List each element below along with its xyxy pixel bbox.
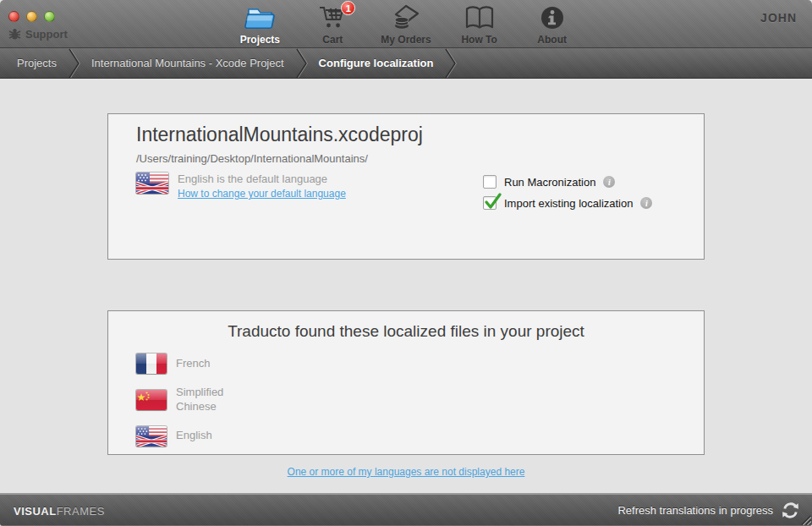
breadcrumb: Projects International Mountains - Xcode…	[0, 48, 812, 79]
breadcrumb-project-name[interactable]: International Mountains - Xcode Project	[80, 57, 295, 69]
brand-light: FRAMES	[57, 504, 105, 517]
nav-my-orders-label: My Orders	[381, 34, 431, 46]
refresh-spinner-icon[interactable]	[781, 501, 800, 520]
option-import-existing: Import existing localization i	[483, 196, 652, 210]
nav-about-label: About	[537, 34, 567, 46]
about-icon	[540, 6, 564, 30]
missing-languages-link[interactable]: One or more of my languages are not disp…	[288, 466, 525, 478]
checkmark-icon	[484, 192, 502, 211]
chevron-right-icon	[295, 48, 308, 79]
titlebar: Support Projects	[0, 0, 812, 48]
nav-my-orders[interactable]: My Orders	[381, 3, 431, 46]
nav-how-to-label: How To	[461, 34, 497, 46]
english-flag-icon	[136, 426, 167, 447]
breadcrumb-configure-localization: Configure localization	[308, 57, 445, 69]
option-run-macronization: Run Macronization i	[483, 175, 652, 189]
user-name[interactable]: JOHN	[760, 11, 797, 25]
language-label: French	[176, 357, 244, 371]
toolbar-nav: Projects 1	[0, 3, 812, 46]
book-icon	[464, 5, 495, 30]
nav-about[interactable]: About	[528, 3, 577, 46]
info-icon[interactable]: i	[603, 176, 615, 188]
language-row-french: French	[136, 353, 244, 374]
option-label: Run Macronization	[504, 176, 595, 189]
options-group: Run Macronization i Import existing loca…	[483, 175, 652, 210]
nav-projects[interactable]: Projects	[235, 3, 284, 46]
app-window: Support Projects	[0, 0, 812, 526]
footer-status: Refresh translations in progress	[617, 495, 800, 526]
footer-bar: VISUALFRAMES Refresh translations in pro…	[0, 493, 812, 526]
orders-icon	[392, 4, 420, 31]
nav-projects-label: Projects	[240, 34, 280, 46]
project-title: InternationalMountains.xcodeproj	[136, 123, 423, 146]
folder-icon	[242, 4, 277, 31]
brand-bold: VISUAL	[14, 504, 57, 517]
project-panel: InternationalMountains.xcodeproj /Users/…	[107, 113, 705, 260]
localized-files-panel: Traducto found these localized files in …	[107, 310, 705, 455]
nav-cart[interactable]: 1 Cart	[308, 3, 357, 46]
breadcrumb-projects[interactable]: Projects	[17, 57, 68, 69]
default-language-block: English is the default language How to c…	[136, 173, 346, 200]
project-path: /Users/training/Desktop/InternationalMou…	[136, 152, 368, 165]
language-row-chinese: Simplified Chinese	[136, 386, 244, 414]
default-language-text: English is the default language	[178, 173, 346, 185]
language-label: Simplified Chinese	[176, 386, 244, 414]
localized-files-title: Traducto found these localized files in …	[108, 322, 704, 341]
nav-cart-label: Cart	[322, 34, 343, 46]
french-flag-icon	[136, 353, 167, 374]
language-label: English	[176, 429, 244, 443]
change-default-language-link[interactable]: How to change your default language	[178, 188, 346, 200]
resize-grip[interactable]	[799, 513, 811, 525]
cart-badge: 1	[341, 1, 355, 15]
chevron-right-icon	[68, 48, 80, 79]
chevron-right-icon	[444, 48, 457, 79]
chinese-flag-icon	[136, 390, 167, 410]
import-existing-checkbox[interactable]	[483, 196, 497, 210]
nav-how-to[interactable]: How To	[455, 3, 504, 46]
info-icon[interactable]: i	[640, 197, 652, 209]
language-list: French Simplified Chinese	[136, 353, 244, 447]
language-row-english: English	[136, 426, 244, 447]
option-label: Import existing localization	[504, 197, 633, 210]
brand-logo: VISUALFRAMES	[14, 504, 105, 517]
refresh-status-text: Refresh translations in progress	[617, 504, 773, 517]
english-flag-icon	[136, 173, 168, 194]
run-macronization-checkbox[interactable]	[483, 175, 497, 189]
